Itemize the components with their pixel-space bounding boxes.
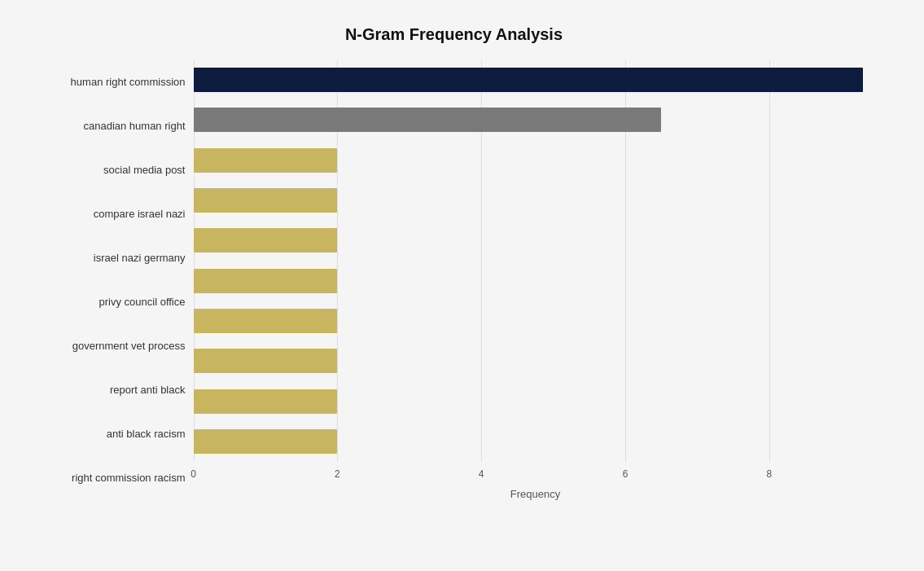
bar-row [194,144,878,177]
bar-row [194,64,878,96]
y-label: compare israel nazi [31,198,186,231]
bar [194,108,662,132]
bar [194,228,338,253]
bar [194,389,338,414]
y-label: social media post [31,154,186,187]
y-label: report anti black [31,374,186,406]
x-tick: 8 [767,468,773,480]
bar [194,309,338,333]
x-tick: 2 [335,468,340,480]
bar [194,148,338,173]
plot-area: 02468 Frequency [194,60,878,500]
bar-row [194,103,878,136]
bar-row [194,265,878,297]
bar [194,68,863,92]
bar-row [194,184,878,217]
y-label: anti black racism [31,418,186,450]
y-label: government vet process [31,330,186,362]
y-label: human right commission [31,66,186,99]
bars-section [194,60,878,462]
x-axis: 02468 [194,468,878,485]
x-tick: 0 [190,468,196,480]
chart-container: N-Gram Frequency Analysis human right co… [15,9,910,563]
bar [194,429,338,454]
y-label: right commission racism [31,462,186,494]
y-axis: human right commissioncanadian human rig… [31,60,194,500]
bar-row [194,385,878,418]
x-tick: 6 [623,468,628,480]
x-tick: 4 [479,468,484,480]
bar-row [194,425,878,458]
bar-row [194,305,878,337]
bar-row [194,345,878,377]
chart-area: human right commissioncanadian human rig… [31,60,878,500]
chart-title: N-Gram Frequency Analysis [31,25,878,44]
bar [194,188,338,213]
bar-row [194,224,878,257]
bar [194,349,338,373]
y-label: privy council office [31,286,186,318]
y-label: israel nazi germany [31,242,186,275]
y-label: canadian human right [31,110,186,143]
x-axis-label: Frequency [194,488,878,500]
bar [194,269,338,293]
